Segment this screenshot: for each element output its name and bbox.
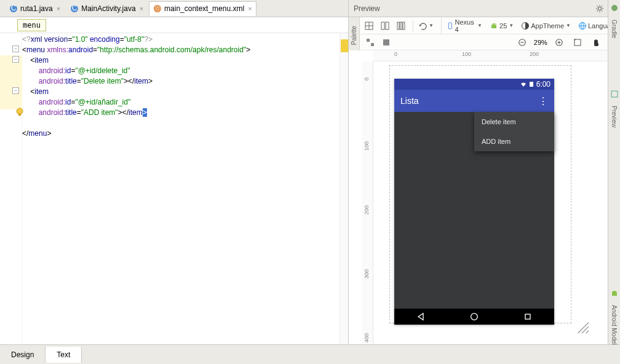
zoom-out-button[interactable] xyxy=(515,37,529,48)
android-appbar: Lista ⋮ xyxy=(394,90,554,112)
menu-item-add[interactable]: ADD item xyxy=(474,132,554,151)
phone-icon xyxy=(447,22,454,30)
svg-point-30 xyxy=(495,24,496,25)
rotate-icon xyxy=(418,22,427,30)
zoom-out-icon xyxy=(518,38,527,47)
wifi-icon xyxy=(520,81,527,87)
tab-label: ruta1.java xyxy=(20,4,53,13)
rail-preview-tab[interactable]: Preview xyxy=(611,106,618,128)
fold-toggle-icon[interactable]: − xyxy=(12,87,19,94)
preview-canvas[interactable]: 0100200 0100200300400 6:00 Lista ⋮ xyxy=(349,50,620,344)
svg-rect-7 xyxy=(18,114,21,116)
fold-toggle-icon[interactable]: − xyxy=(12,46,19,52)
nav-home-icon[interactable] xyxy=(469,312,479,322)
nav-back-icon[interactable] xyxy=(416,312,426,322)
editor-tab[interactable]: CMainActivity.java× xyxy=(66,1,148,16)
svg-text:C: C xyxy=(72,4,78,12)
editor-mode-tabs: Design Text xyxy=(0,344,620,364)
viewmode-design-button[interactable] xyxy=(378,20,392,31)
svg-rect-22 xyxy=(381,22,384,30)
preview-zoom-bar: 29% xyxy=(349,34,620,50)
svg-rect-23 xyxy=(386,22,389,30)
android-statusbar: 6:00 xyxy=(394,79,554,90)
svg-line-50 xyxy=(582,326,589,333)
error-stripe[interactable] xyxy=(340,33,348,344)
square-icon xyxy=(382,38,391,47)
ruler-vertical: 0100200300400 xyxy=(362,61,373,344)
tab-design[interactable]: Design xyxy=(0,347,46,363)
palette-label: Palette xyxy=(351,26,357,45)
gradle-icon xyxy=(610,4,619,12)
overflow-menu-icon[interactable]: ⋮ xyxy=(538,95,548,107)
svg-line-14 xyxy=(602,10,602,11)
file-icon: C xyxy=(9,4,18,13)
svg-rect-43 xyxy=(574,39,581,46)
resize-handle-icon[interactable] xyxy=(575,320,589,333)
preview-pane: Preview Palette ▼ Nexus 4▼ 25▼ xyxy=(349,0,620,344)
svg-rect-37 xyxy=(383,39,389,46)
fit-icon xyxy=(573,38,582,47)
theme-selector[interactable]: AppTheme▼ xyxy=(519,20,573,31)
squares-icon xyxy=(366,38,375,47)
breadcrumb-item[interactable]: menu xyxy=(17,19,46,31)
svg-rect-36 xyxy=(371,43,374,46)
android-navbar xyxy=(394,309,554,325)
nav-recent-icon[interactable] xyxy=(523,312,533,322)
close-tab-icon[interactable]: × xyxy=(57,5,60,12)
tab-label: main_context_menu.xml xyxy=(164,4,244,13)
svg-point-8 xyxy=(598,7,601,10)
api-selector[interactable]: 25▼ xyxy=(487,20,516,31)
globe-icon xyxy=(578,22,587,30)
svg-rect-25 xyxy=(400,22,402,30)
svg-rect-26 xyxy=(403,22,405,30)
device-frame: 6:00 Lista ⋮ Delete item ADD item xyxy=(394,79,554,325)
rail-gradle-tab[interactable]: Gradle xyxy=(611,20,618,38)
right-tool-rail: Gradle Preview Android Model xyxy=(608,0,620,344)
fold-toggle-icon[interactable]: − xyxy=(12,56,19,63)
device-preview[interactable]: 6:00 Lista ⋮ Delete item ADD item xyxy=(394,79,566,325)
gear-icon xyxy=(595,4,604,13)
file-icon: C xyxy=(70,4,79,13)
settings-button[interactable] xyxy=(593,3,609,14)
grid-icon xyxy=(365,22,373,30)
android-model-icon xyxy=(610,289,619,298)
code-editor[interactable]: − − − <?xml version="1.0" encoding="utf-… xyxy=(0,33,348,344)
grid2-icon xyxy=(381,22,389,30)
editor-tab[interactable]: ◎main_context_menu.xml× xyxy=(149,1,256,16)
svg-rect-53 xyxy=(611,91,618,97)
layout-variant2-button[interactable] xyxy=(380,37,393,48)
zoom-in-button[interactable] xyxy=(552,37,566,48)
pan-button[interactable] xyxy=(589,37,603,48)
svg-point-29 xyxy=(492,24,493,25)
tab-label: MainActivity.java xyxy=(81,4,135,13)
svg-text:◎: ◎ xyxy=(154,4,161,12)
svg-line-16 xyxy=(602,6,602,6)
preview-title-bar: Preview xyxy=(349,0,620,17)
orientation-button[interactable]: ▼ xyxy=(413,20,436,31)
theme-label: AppTheme xyxy=(531,22,564,30)
svg-line-15 xyxy=(597,10,597,11)
appbar-title: Lista xyxy=(400,96,538,106)
viewmode-blueprint-button[interactable] xyxy=(362,20,376,31)
svg-point-47 xyxy=(471,314,478,320)
layout-variant-button[interactable] xyxy=(364,37,377,48)
palette-tool-strip[interactable]: Palette xyxy=(349,17,360,54)
preview-rail-icon xyxy=(610,90,619,98)
device-label: Nexus 4 xyxy=(455,18,476,33)
editor-tab[interactable]: Cruta1.java× xyxy=(5,1,65,16)
rail-android-model-tab[interactable]: Android Model xyxy=(611,305,618,344)
zoom-fit-button[interactable] xyxy=(571,37,584,48)
tab-text[interactable]: Text xyxy=(46,347,82,363)
preview-title: Preview xyxy=(354,4,380,13)
context-menu-popup: Delete item ADD item xyxy=(474,112,554,151)
device-selector[interactable]: Nexus 4▼ xyxy=(441,17,485,34)
close-tab-icon[interactable]: × xyxy=(248,5,252,12)
menu-item-delete[interactable]: Delete item xyxy=(474,112,554,132)
editor-gutter: − − − xyxy=(0,33,22,344)
close-tab-icon[interactable]: × xyxy=(140,5,143,12)
editor-pane: Cruta1.java×CMainActivity.java×◎main_con… xyxy=(0,0,349,344)
viewmode-both-button[interactable] xyxy=(394,20,408,31)
hand-icon xyxy=(592,38,600,47)
svg-text:C: C xyxy=(11,4,17,12)
preview-toolbar: ▼ Nexus 4▼ 25▼ AppTheme▼ Language▼ xyxy=(349,17,620,34)
